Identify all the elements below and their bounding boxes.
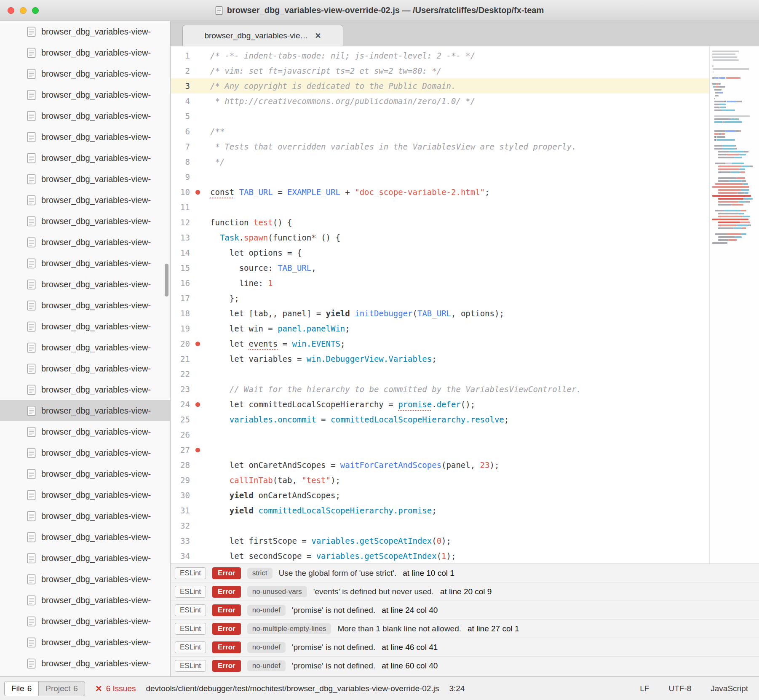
issues-indicator[interactable]: ✕ 6 Issues	[95, 684, 136, 694]
titlebar[interactable]: browser_dbg_variables-view-override-02.j…	[0, 0, 759, 21]
line-number[interactable]: 18	[171, 306, 190, 321]
code-line[interactable]: 13 Task.spawn(function* () {	[171, 230, 759, 245]
line-number[interactable]: 33	[171, 533, 190, 548]
file-tree-item[interactable]: browser_dbg_variables-view-	[0, 147, 170, 168]
minimap[interactable]	[709, 46, 759, 564]
line-number[interactable]: 32	[171, 518, 190, 533]
line-number[interactable]: 11	[171, 200, 190, 215]
file-tree-item[interactable]: browser_dbg_variables-view-	[0, 505, 170, 526]
issues-filter-file-button[interactable]: File 6	[4, 681, 39, 696]
code-line[interactable]: 3/* Any copyright is dedicated to the Pu…	[171, 78, 759, 94]
tab-active[interactable]: browser_dbg_variables-vie… ✕	[182, 25, 343, 46]
code-line[interactable]: 24 let committedLocalScopeHierarchy = pr…	[171, 397, 759, 412]
lint-issue-row[interactable]: ESLint Error strict Use the global form …	[171, 564, 759, 582]
file-tree-item[interactable]: browser_dbg_variables-view-	[0, 526, 170, 548]
line-ending-indicator[interactable]: LF	[640, 684, 649, 693]
cursor-position[interactable]: 3:24	[449, 684, 465, 693]
line-number[interactable]: 17	[171, 291, 190, 306]
code-line[interactable]: 21 let variables = win.DebuggerView.Vari…	[171, 351, 759, 366]
lint-issue-row[interactable]: ESLint Error no-undef 'promise' is not d…	[171, 657, 759, 675]
file-tree-item[interactable]: browser_dbg_variables-view-	[0, 463, 170, 484]
line-number[interactable]: 24	[171, 397, 190, 412]
line-number[interactable]: 1	[171, 48, 190, 63]
close-window-button[interactable]	[8, 7, 14, 14]
line-number[interactable]: 26	[171, 427, 190, 442]
line-number[interactable]: 27	[171, 442, 190, 457]
code-line[interactable]: 8 */	[171, 154, 759, 169]
line-number[interactable]: 23	[171, 382, 190, 397]
line-number[interactable]: 5	[171, 109, 190, 124]
code-line[interactable]: 17 };	[171, 291, 759, 306]
code-line[interactable]: 33 let firstScope = variables.getScopeAt…	[171, 533, 759, 548]
code-line[interactable]: 23 // Wait for the hierarchy to be commi…	[171, 382, 759, 397]
file-tree-item[interactable]: browser_dbg_variables-view-	[0, 337, 170, 358]
code-line[interactable]: 30 yield onCaretAndScopes;	[171, 488, 759, 503]
language-indicator[interactable]: JavaScript	[711, 684, 748, 693]
code-editor[interactable]: 1/* -*- indent-tabs-mode: nil; js-indent…	[171, 46, 759, 564]
code-line[interactable]: 5	[171, 109, 759, 124]
file-tree-item[interactable]: browser_dbg_variables-view-	[0, 63, 170, 84]
file-tree-item[interactable]: browser_dbg_variables-view-	[0, 421, 170, 442]
code-line[interactable]: 18 let [tab,, panel] = yield initDebugge…	[171, 306, 759, 321]
line-number[interactable]: 31	[171, 503, 190, 518]
file-tree-item[interactable]: browser_dbg_variables-view-	[0, 400, 170, 421]
code-line[interactable]: 27	[171, 442, 759, 457]
file-tree-item[interactable]: browser_dbg_variables-view-	[0, 253, 170, 274]
tab-close-icon[interactable]: ✕	[315, 31, 321, 40]
file-tree-item[interactable]: browser_dbg_variables-view-	[0, 653, 170, 674]
code-line[interactable]: 11	[171, 200, 759, 215]
file-tree-item[interactable]: browser_dbg_variables-view-	[0, 126, 170, 147]
line-number[interactable]: 14	[171, 245, 190, 260]
file-tree-item[interactable]: browser_dbg_variables-view-	[0, 484, 170, 505]
line-number[interactable]: 22	[171, 366, 190, 382]
line-number[interactable]: 34	[171, 548, 190, 564]
line-number[interactable]: 16	[171, 275, 190, 291]
line-number[interactable]: 3	[171, 78, 190, 94]
line-number[interactable]: 15	[171, 260, 190, 275]
minimize-window-button[interactable]	[20, 7, 27, 14]
code-line[interactable]: 31 yield committedLocalScopeHierarchy.pr…	[171, 503, 759, 518]
code-line[interactable]: 19 let win = panel.panelWin;	[171, 321, 759, 336]
file-tree-item[interactable]: browser_dbg_variables-view-	[0, 569, 170, 590]
code-line[interactable]: 1/* -*- indent-tabs-mode: nil; js-indent…	[171, 48, 759, 63]
code-line[interactable]: 16 line: 1	[171, 275, 759, 291]
encoding-indicator[interactable]: UTF-8	[668, 684, 691, 693]
line-number[interactable]: 29	[171, 473, 190, 488]
code-line[interactable]: 6/**	[171, 124, 759, 139]
code-line[interactable]: 29 callInTab(tab, "test");	[171, 473, 759, 488]
file-tree-item[interactable]: browser_dbg_variables-view-	[0, 211, 170, 232]
line-number[interactable]: 21	[171, 351, 190, 366]
code-line[interactable]: 25 variables.oncommit = committedLocalSc…	[171, 412, 759, 427]
file-tree-item[interactable]: browser_dbg_variables-view-	[0, 316, 170, 337]
file-tree-item[interactable]: browser_dbg_variables-view-	[0, 358, 170, 379]
code-line[interactable]: 4 * http://creativecommons.org/publicdom…	[171, 94, 759, 109]
line-number[interactable]: 7	[171, 139, 190, 154]
file-tree-item[interactable]: browser_dbg_variables-view-	[0, 105, 170, 126]
line-number[interactable]: 9	[171, 169, 190, 184]
file-tree-item[interactable]: browser_dbg_variables-view-	[0, 232, 170, 253]
code-line[interactable]: 28 let onCaretAndScopes = waitForCaretAn…	[171, 457, 759, 473]
file-tree-item[interactable]: browser_dbg_variables-view-	[0, 168, 170, 190]
line-number[interactable]: 6	[171, 124, 190, 139]
code-line[interactable]: 10const TAB_URL = EXAMPLE_URL + "doc_sco…	[171, 184, 759, 200]
file-tree-item[interactable]: browser_dbg_variables-view-	[0, 84, 170, 105]
code-line[interactable]: 20 let events = win.EVENTS;	[171, 336, 759, 351]
line-number[interactable]: 12	[171, 215, 190, 230]
line-number[interactable]: 2	[171, 63, 190, 78]
line-number[interactable]: 30	[171, 488, 190, 503]
sidebar-scrollbar-thumb[interactable]	[165, 264, 168, 297]
code-line[interactable]: 14 let options = {	[171, 245, 759, 260]
code-line[interactable]: 2/* vim: set ft=javascript ts=2 et sw=2 …	[171, 63, 759, 78]
lint-issue-row[interactable]: ESLint Error no-unused-vars 'events' is …	[171, 582, 759, 601]
file-tree-item[interactable]: browser_dbg_variables-view-	[0, 548, 170, 569]
file-tree-item[interactable]: browser_dbg_variables-view-	[0, 379, 170, 400]
file-tree-item[interactable]: browser_dbg_variables-view-	[0, 190, 170, 211]
zoom-window-button[interactable]	[32, 7, 39, 14]
file-tree-item[interactable]: browser_dbg_variables-view-	[0, 42, 170, 63]
file-tree-item[interactable]: browser_dbg_variables-view-	[0, 295, 170, 316]
file-tree-item[interactable]: browser_dbg_variables-view-	[0, 632, 170, 653]
code-line[interactable]: 22	[171, 366, 759, 382]
file-tree-item[interactable]: browser_dbg_variables-view-	[0, 611, 170, 632]
line-number[interactable]: 20	[171, 336, 190, 351]
file-tree-item[interactable]: browser_dbg_variables-view-	[0, 21, 170, 42]
